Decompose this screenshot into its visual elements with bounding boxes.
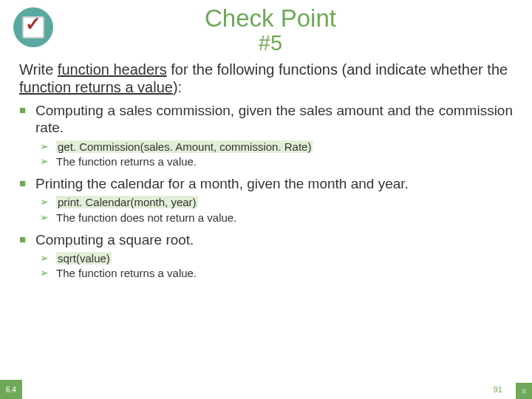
- answer-item: ➢sqrt(value): [40, 251, 513, 266]
- prompt-text: Write function headers for the following…: [0, 54, 532, 100]
- footer-section: 6.4: [0, 380, 22, 399]
- highlighted-code: print. Calendar(month, year): [56, 196, 198, 208]
- prompt-mid: for the following functions (and indicat…: [167, 61, 508, 78]
- arrow-bullet-icon: ➢: [40, 251, 50, 265]
- content-list: ■Computing a sales commission, given the…: [0, 100, 532, 281]
- prompt-underline-1: function headers: [58, 61, 167, 78]
- square-bullet-icon: ■: [19, 175, 28, 192]
- checkpoint-icon: [13, 6, 53, 47]
- answer-text: sqrt(value): [56, 251, 112, 266]
- answer-item: ➢ print. Calendar(month, year): [40, 195, 513, 210]
- square-bullet-icon: ■: [19, 102, 28, 119]
- answer-list: ➢ print. Calendar(month, year)➢The funct…: [19, 195, 513, 225]
- answer-list: ➢sqrt(value)➢The function returns a valu…: [19, 251, 513, 282]
- answer-list: ➢get. Commission(sales. Amount, commissi…: [19, 140, 513, 170]
- answer-text: The function does not return a value.: [56, 211, 236, 225]
- answer-text: The function returns a value.: [56, 154, 197, 169]
- prompt-pre: Write: [19, 61, 58, 78]
- arrow-bullet-icon: ➢: [40, 140, 50, 154]
- highlighted-code: get. Commission(sales. Amount, commissio…: [56, 140, 313, 153]
- bullet-item: ■Printing the calendar for a month, give…: [19, 175, 513, 192]
- bullet-text: Computing a sales commission, given the …: [35, 102, 513, 136]
- title-block: Check Point #5: [66, 6, 519, 54]
- answer-item: ➢The function returns a value.: [40, 154, 513, 169]
- slide: Check Point #5 Write function headers fo…: [0, 0, 532, 399]
- prompt-underline-2: function returns a value: [19, 79, 173, 95]
- answer-text: print. Calendar(month, year): [56, 195, 198, 210]
- answer-text: get. Commission(sales. Amount, commissio…: [56, 140, 313, 154]
- header: Check Point #5: [0, 6, 532, 54]
- bullet-text: Printing the calendar for a month, given…: [35, 175, 513, 192]
- bullet-item: ■Computing a sales commission, given the…: [19, 102, 513, 136]
- title-line2: #5: [66, 32, 474, 54]
- answer-text: The function returns a value.: [56, 266, 197, 281]
- highlighted-code: sqrt(value): [56, 252, 112, 265]
- footer: 6.4 91 ≡: [0, 380, 532, 399]
- arrow-bullet-icon: ➢: [40, 154, 50, 168]
- arrow-bullet-icon: ➢: [40, 195, 50, 209]
- answer-item: ➢get. Commission(sales. Amount, commissi…: [40, 140, 513, 154]
- arrow-bullet-icon: ➢: [40, 266, 50, 280]
- answer-item: ➢The function returns a value.: [40, 266, 513, 281]
- prompt-post: ):: [173, 79, 182, 95]
- square-bullet-icon: ■: [19, 231, 28, 248]
- menu-icon: ≡: [516, 383, 532, 399]
- bullet-text: Computing a square root.: [35, 231, 513, 248]
- title-line1: Check Point: [66, 6, 474, 32]
- arrow-bullet-icon: ➢: [40, 211, 50, 225]
- answer-item: ➢The function does not return a value.: [40, 211, 513, 225]
- bullet-item: ■Computing a square root.: [19, 231, 513, 248]
